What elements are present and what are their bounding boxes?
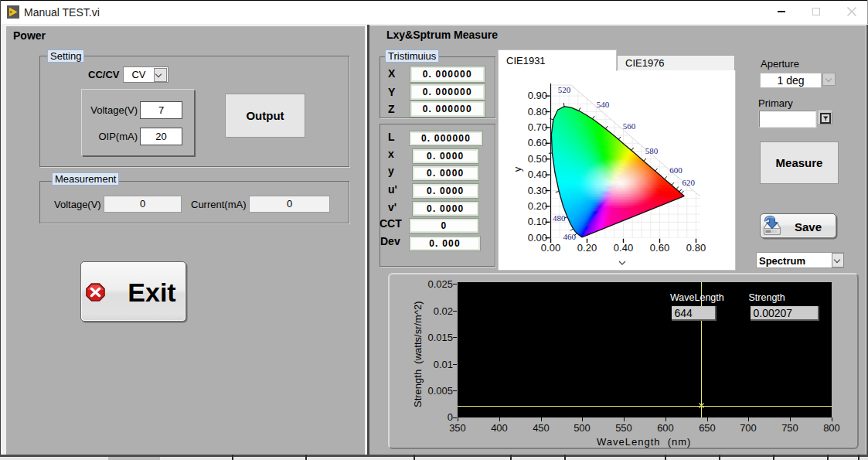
svg-text:0.40: 0.40	[614, 242, 633, 254]
svg-text:0.10: 0.10	[528, 216, 547, 227]
svg-text:0.30: 0.30	[528, 185, 547, 196]
svg-text:620: 620	[682, 178, 695, 187]
svg-text:0.60: 0.60	[528, 137, 547, 148]
svg-text:520: 520	[558, 85, 571, 94]
svg-text:0.90: 0.90	[528, 90, 547, 101]
svg-text:580: 580	[645, 146, 659, 155]
svg-text:0.40: 0.40	[528, 169, 547, 180]
svg-text:0.50: 0.50	[528, 153, 547, 165]
svg-text:560: 560	[623, 121, 636, 131]
svg-text:0.70: 0.70	[528, 121, 547, 133]
svg-text:0.00: 0.00	[541, 242, 560, 254]
svg-text:0.80: 0.80	[528, 106, 547, 118]
svg-text:0.20: 0.20	[528, 200, 547, 212]
svg-text:0.60: 0.60	[650, 242, 669, 254]
svg-text:540: 540	[597, 100, 610, 109]
svg-text:0.80: 0.80	[686, 242, 706, 254]
svg-text:480: 480	[553, 213, 566, 223]
svg-text:y: y	[512, 166, 523, 172]
svg-text:460: 460	[563, 232, 577, 241]
svg-text:600: 600	[669, 165, 682, 175]
svg-text:0.20: 0.20	[577, 242, 597, 254]
